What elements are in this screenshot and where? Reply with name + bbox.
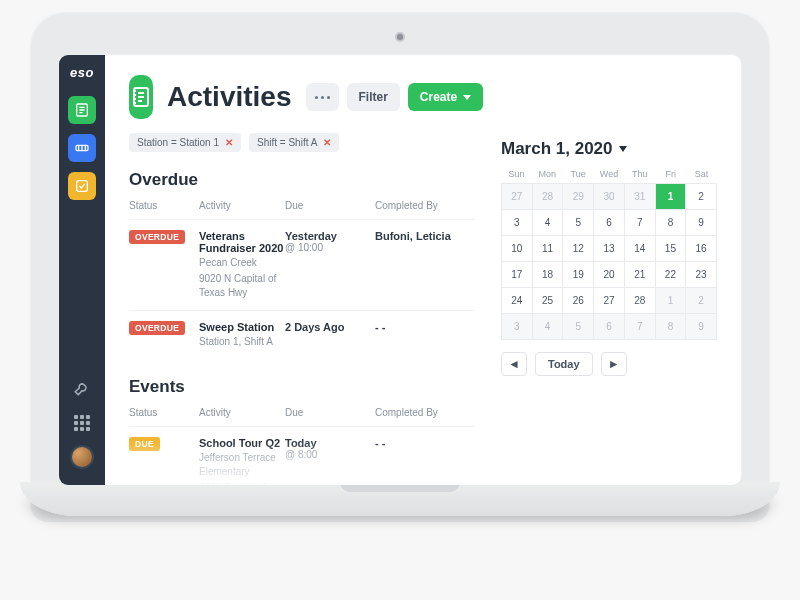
calendar-month-picker[interactable]: March 1, 2020: [501, 139, 717, 159]
remove-filter-icon[interactable]: ✕: [225, 137, 233, 148]
calendar-day[interactable]: 3: [502, 210, 533, 236]
calendar-next-button[interactable]: ►: [601, 352, 627, 376]
weekday-label: Sat: [686, 169, 717, 179]
calendar-day[interactable]: 2: [686, 288, 717, 314]
create-button[interactable]: Create: [408, 83, 483, 111]
calendar-day[interactable]: 18: [533, 262, 564, 288]
activity-subtitle: Station 1, Shift A: [199, 335, 285, 349]
overdue-table-header: Status Activity Due Completed By: [129, 196, 475, 219]
calendar-day[interactable]: 16: [686, 236, 717, 262]
overdue-row[interactable]: OVERDUE Sweep Station Station 1, Shift A…: [129, 310, 475, 359]
calendar-day[interactable]: 4: [533, 314, 564, 340]
calendar-day[interactable]: 14: [625, 236, 656, 262]
status-badge: OVERDUE: [129, 230, 185, 244]
calendar-today-button[interactable]: Today: [535, 352, 593, 376]
col-completed: Completed By: [375, 407, 475, 418]
calendar-grid: 2728293031123456789101112131415161718192…: [501, 183, 717, 340]
calendar-day[interactable]: 17: [502, 262, 533, 288]
calendar-day[interactable]: 22: [656, 262, 687, 288]
calendar-day[interactable]: 24: [502, 288, 533, 314]
calendar-day[interactable]: 27: [502, 184, 533, 210]
calendar-day[interactable]: 6: [594, 314, 625, 340]
calendar-day[interactable]: 15: [656, 236, 687, 262]
filter-chip-station[interactable]: Station = Station 1✕: [129, 133, 241, 152]
filter-chip-label: Shift = Shift A: [257, 137, 317, 148]
calendar-day[interactable]: 19: [563, 262, 594, 288]
laptop-frame: eso: [30, 10, 770, 522]
due-main: Yesterday: [285, 230, 375, 242]
completed-by: - -: [375, 321, 475, 349]
calendar-day[interactable]: 6: [594, 210, 625, 236]
calendar-day[interactable]: 12: [563, 236, 594, 262]
calendar-day[interactable]: 28: [533, 184, 564, 210]
weekday-label: Sun: [501, 169, 532, 179]
activity-title: Sweep Station: [199, 321, 285, 333]
calendar-day[interactable]: 2: [686, 184, 717, 210]
calendar-prev-button[interactable]: ◄: [501, 352, 527, 376]
more-button[interactable]: [306, 83, 339, 111]
calendar-day[interactable]: 26: [563, 288, 594, 314]
activity-subtitle: Pecan Creek: [199, 256, 285, 270]
overdue-row[interactable]: OVERDUE Veterans Fundraiser 2020 Pecan C…: [129, 219, 475, 310]
calendar-day[interactable]: 7: [625, 314, 656, 340]
calendar-day[interactable]: 4: [533, 210, 564, 236]
create-button-label: Create: [420, 90, 457, 104]
calendar-day[interactable]: 7: [625, 210, 656, 236]
calendar-day[interactable]: 30: [594, 184, 625, 210]
weekday-label: Tue: [563, 169, 594, 179]
calendar-day[interactable]: 11: [533, 236, 564, 262]
activity-address: 9020 N Capital of Texas Hwy: [199, 272, 285, 300]
due-main: 2 Days Ago: [285, 321, 375, 333]
weekday-label: Thu: [624, 169, 655, 179]
chevron-down-icon: [463, 95, 471, 100]
filter-chip-label: Station = Station 1: [137, 137, 219, 148]
wrench-icon[interactable]: [73, 379, 91, 401]
calendar-day[interactable]: 8: [656, 314, 687, 340]
apps-grid-icon[interactable]: [74, 415, 90, 431]
chevron-down-icon: [619, 146, 627, 152]
page-title: Activities: [167, 81, 292, 113]
calendar-day[interactable]: 3: [502, 314, 533, 340]
nav-activities[interactable]: [68, 96, 96, 124]
col-status: Status: [129, 200, 199, 211]
calendar-weekdays: SunMonTueWedThuFriSat: [501, 169, 717, 179]
nav-units[interactable]: [68, 134, 96, 162]
calendar-day[interactable]: 21: [625, 262, 656, 288]
filter-button[interactable]: Filter: [347, 83, 400, 111]
activity-title: Veterans Fundraiser 2020: [199, 230, 285, 254]
calendar-day[interactable]: 1: [656, 184, 687, 210]
status-badge: OVERDUE: [129, 321, 185, 335]
activities-app-icon: [129, 75, 153, 119]
calendar-day[interactable]: 20: [594, 262, 625, 288]
calendar-day[interactable]: 13: [594, 236, 625, 262]
calendar-day[interactable]: 9: [686, 314, 717, 340]
calendar-day[interactable]: 28: [625, 288, 656, 314]
col-due: Due: [285, 407, 375, 418]
calendar-day[interactable]: 5: [563, 210, 594, 236]
filter-chip-shift[interactable]: Shift = Shift A✕: [249, 133, 339, 152]
weekday-label: Fri: [655, 169, 686, 179]
calendar-title: March 1, 2020: [501, 139, 613, 159]
calendar-day[interactable]: 27: [594, 288, 625, 314]
due-sub: @ 10:00: [285, 242, 375, 253]
main-content: Activities Filter Create Station = Stati…: [105, 55, 741, 485]
events-table-header: Status Activity Due Completed By: [129, 403, 475, 426]
weekday-label: Mon: [532, 169, 563, 179]
nav-checks[interactable]: [68, 172, 96, 200]
remove-filter-icon[interactable]: ✕: [323, 137, 331, 148]
calendar-day[interactable]: 25: [533, 288, 564, 314]
svg-rect-8: [77, 181, 88, 192]
calendar-day[interactable]: 23: [686, 262, 717, 288]
calendar-day[interactable]: 29: [563, 184, 594, 210]
calendar-day[interactable]: 10: [502, 236, 533, 262]
user-avatar[interactable]: [70, 445, 94, 469]
calendar-day[interactable]: 31: [625, 184, 656, 210]
calendar-day[interactable]: 8: [656, 210, 687, 236]
weekday-label: Wed: [594, 169, 625, 179]
fade-overlay: [105, 441, 741, 485]
calendar-day[interactable]: 9: [686, 210, 717, 236]
calendar-day[interactable]: 5: [563, 314, 594, 340]
section-title-overdue: Overdue: [129, 170, 475, 190]
col-activity: Activity: [199, 407, 285, 418]
calendar-day[interactable]: 1: [656, 288, 687, 314]
